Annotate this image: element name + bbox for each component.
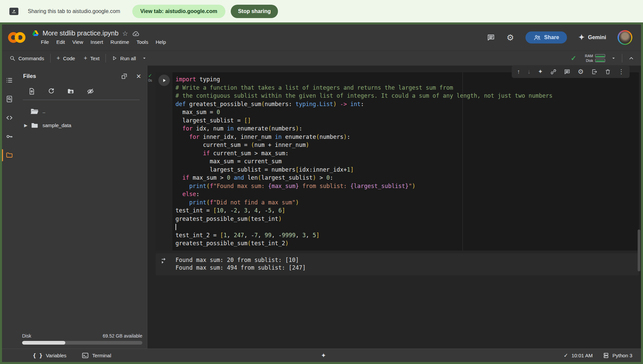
sidebar-item-table-of-contents[interactable]	[2, 71, 17, 90]
move-cell-down-icon[interactable]: ↓	[527, 69, 530, 75]
menu-item-view[interactable]: View	[69, 38, 87, 46]
code-line[interactable]: else:	[175, 190, 639, 198]
code-line[interactable]: # the contiguous sublist within the give…	[175, 92, 639, 100]
code-line[interactable]: current_sum = (num + inner_num)	[175, 141, 639, 149]
sidebar-item-secrets[interactable]	[2, 127, 17, 146]
gemini-statusbar-spark-icon[interactable]: ✦	[321, 352, 326, 359]
code-line[interactable]: largest_sublist = numbers[idx:inner_idx+…	[175, 166, 639, 174]
copy-link-to-cell-icon[interactable]	[550, 69, 557, 75]
menu-item-insert[interactable]: Insert	[87, 38, 107, 46]
expand-chevron-icon[interactable]: ▶	[21, 123, 30, 128]
resource-gauges[interactable]: RAM Disk	[584, 54, 605, 63]
cell-output: Found max sum: 20 from sublist: [10]Foun…	[156, 253, 639, 275]
menu-item-file[interactable]: File	[41, 38, 53, 46]
output-line: Found max sum: 20 from sublist: [10]	[175, 256, 306, 264]
cloud-saved-icon[interactable]	[132, 30, 140, 37]
collapse-toolbar-icon[interactable]	[628, 55, 634, 61]
code-line[interactable]: if max_sum > 0 and len(largest_sublist) …	[175, 174, 639, 182]
comments-icon[interactable]	[487, 33, 495, 41]
search-icon	[9, 55, 15, 61]
terminal-button[interactable]: Terminal	[82, 352, 111, 359]
code-area: import typing# Write a function that tak…	[175, 75, 639, 248]
cell-more-menu-icon[interactable]: ⋮	[618, 69, 624, 75]
notebook-title[interactable]: More stdlib practice.ipynb	[43, 29, 119, 37]
open-folder-icon	[30, 107, 39, 115]
code-icon	[6, 114, 13, 121]
sharing-message: Sharing this tab to aistudio.google.com	[28, 8, 120, 14]
connected-check-icon: ✓	[571, 54, 576, 62]
sidebar-item-code-snippets[interactable]	[2, 108, 17, 127]
add-comment-icon[interactable]	[564, 69, 570, 75]
run-all-button[interactable]: Run all	[112, 56, 136, 61]
commands-button[interactable]: Commands	[9, 55, 44, 61]
code-line[interactable]: greatest_possible_sum(test_int_2)	[175, 239, 639, 248]
close-panel-icon[interactable]: ×	[136, 72, 141, 80]
avatar[interactable]	[618, 30, 632, 45]
code-line[interactable]: # Write a function that takes a list of …	[175, 84, 639, 92]
toolbar-separator	[622, 54, 622, 63]
mount-drive-icon[interactable]	[67, 88, 74, 95]
code-line[interactable]: def greatest_possible_sum(numbers: typin…	[175, 100, 639, 108]
upload-file-icon[interactable]	[28, 88, 35, 95]
colab-logo-icon[interactable]	[8, 31, 27, 43]
add-code-button[interactable]: + Code	[57, 55, 75, 61]
resources-caret-icon[interactable]	[611, 56, 616, 61]
sidebar-rail	[2, 66, 17, 349]
key-icon	[6, 133, 13, 140]
cell-gutter	[156, 72, 172, 251]
toolbar-separator	[105, 54, 106, 63]
kernel-icon	[603, 352, 609, 359]
code-line[interactable]	[175, 223, 639, 231]
cell-toolbar: ↑ ↓ ✦ ⚙	[512, 65, 630, 78]
table-of-contents-icon	[6, 77, 13, 84]
code-line[interactable]: print(f"Did not find a max sum")	[175, 198, 639, 207]
menu-item-edit[interactable]: Edit	[53, 38, 69, 46]
open-panel-in-tab-icon[interactable]	[121, 73, 128, 80]
code-line[interactable]: for inner_idx, inner_num in enumerate(nu…	[175, 133, 639, 141]
file-tree-item-parent[interactable]: ..	[17, 104, 147, 118]
delete-cell-icon[interactable]	[605, 69, 611, 75]
code-line[interactable]: max_sum = current_sum	[175, 157, 639, 166]
saved-check-icon: ✓	[564, 352, 568, 359]
view-tab-button[interactable]: View tab: aistudio.google.com	[132, 5, 225, 18]
menu-item-runtime[interactable]: Runtime	[107, 38, 133, 46]
terminal-label: Terminal	[92, 353, 111, 358]
file-tree-item-folder[interactable]: ▶ sample_data	[17, 118, 147, 132]
commands-label: Commands	[18, 56, 44, 61]
refresh-icon[interactable]	[48, 88, 55, 95]
hidden-files-icon[interactable]	[86, 88, 94, 95]
menu-item-tools[interactable]: Tools	[133, 38, 152, 46]
code-line[interactable]: max_sum = 0	[175, 108, 639, 116]
add-text-button[interactable]: + Text	[84, 55, 99, 61]
open-in-tab-icon[interactable]	[591, 69, 597, 75]
output-indicator-icon[interactable]	[161, 257, 167, 272]
share-button[interactable]: Share	[525, 31, 567, 43]
run-all-caret-icon[interactable]	[142, 56, 147, 61]
code-line[interactable]: if current_sum > max_sum:	[175, 149, 639, 158]
gemini-cell-spark-icon[interactable]: ✦	[538, 69, 543, 75]
code-line[interactable]: test_int = [10, -2, 3, 4, -5, 6]	[175, 206, 639, 215]
code-line[interactable]: largest_sublist = []	[175, 116, 639, 125]
move-cell-up-icon[interactable]: ↑	[517, 69, 520, 75]
terminal-icon	[82, 352, 89, 359]
star-icon[interactable]: ☆	[122, 30, 128, 37]
code-cell: ✓ 0s ↑ ↓ ✦	[156, 72, 639, 275]
variables-button[interactable]: { } Variables	[33, 352, 66, 359]
code-line[interactable]: for idx, num in enumerate(numbers):	[175, 124, 639, 133]
sidebar-item-find[interactable]	[2, 90, 17, 108]
files-panel: Files ×	[17, 66, 147, 349]
gemini-button[interactable]: ✦ Gemini	[578, 34, 606, 41]
code-line[interactable]: test_int_2 = [1, 247, -7, 99, -9999, 3, …	[175, 231, 639, 240]
toolbar-separator	[50, 54, 51, 63]
cell-settings-gear-icon[interactable]: ⚙	[578, 68, 584, 75]
code-editor[interactable]: import typing# Write a function that tak…	[172, 72, 639, 251]
kernel-selector[interactable]: Python 3	[603, 352, 632, 359]
run-cell-button[interactable]	[158, 75, 170, 86]
stop-sharing-button[interactable]: Stop sharing	[231, 5, 278, 18]
menu-item-help[interactable]: Help	[152, 38, 170, 46]
settings-gear-icon[interactable]: ⚙	[506, 33, 514, 42]
code-line[interactable]: greatest_possible_sum(test_int)	[175, 215, 639, 223]
sidebar-item-files[interactable]	[2, 146, 17, 165]
colab-window: More stdlib practice.ipynb ☆ FileEditVie…	[0, 22, 643, 364]
code-line[interactable]: print(f"Found max sum: {max_sum} from su…	[175, 182, 639, 190]
